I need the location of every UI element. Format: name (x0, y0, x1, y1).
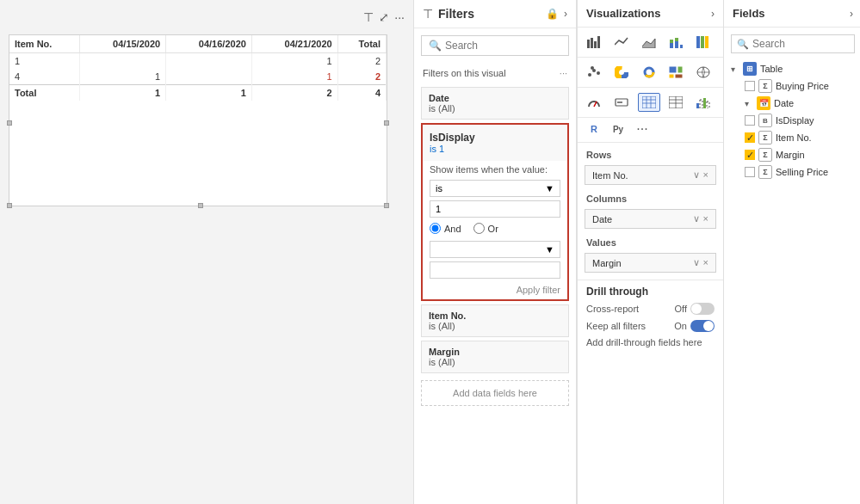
values-remove-icon[interactable]: × (703, 257, 708, 268)
fields-expand-icon[interactable]: › (850, 8, 853, 20)
area-chart-icon[interactable] (638, 33, 660, 52)
cell-total: 2 (337, 69, 386, 85)
cell-d1 (80, 53, 166, 70)
tree-label-table: Table (760, 64, 783, 74)
gauge-icon[interactable] (583, 93, 605, 112)
checkbox-margin[interactable]: ✓ (745, 150, 755, 160)
tree-item-table[interactable]: ▾ ⊞ Table (724, 60, 860, 77)
fields-panel: Fields › 🔍 ▾ ⊞ Table Σ Buying Price ▾ 📅 … (724, 0, 860, 504)
viz-icons-row3 (578, 88, 723, 118)
filter-value-input[interactable] (430, 200, 560, 218)
viz-icons-row2 (578, 58, 723, 88)
checkbox-buying-price[interactable] (745, 81, 755, 91)
apply-filter-button[interactable]: Apply filter (517, 285, 560, 295)
pie-icon[interactable] (610, 63, 633, 82)
filters-expand-icon[interactable]: › (564, 8, 567, 20)
columns-section-label: Columns (578, 188, 723, 206)
toggle-track-off[interactable] (690, 303, 715, 315)
resize-handle-r[interactable] (384, 120, 389, 126)
filter-card-isdisplay[interactable]: IsDisplay is 1 Show items when the value… (421, 123, 569, 301)
tree-item-itemno[interactable]: ✓ Σ Item No. (724, 129, 860, 146)
filters-lock-icon[interactable]: 🔒 (546, 8, 559, 20)
stacked-bar-icon[interactable] (665, 33, 687, 52)
resize-handle-br[interactable] (384, 203, 389, 208)
more-icon[interactable]: ··· (394, 10, 405, 24)
data-table: Item No. 04/15/2020 04/16/2020 04/21/202… (9, 35, 387, 101)
columns-field[interactable]: Date ∨ × (585, 209, 716, 229)
is-dropdown[interactable]: is ▼ (430, 180, 560, 197)
rows-field[interactable]: Item No. ∨ × (585, 165, 716, 185)
tree-item-buying-price[interactable]: Σ Buying Price (724, 77, 860, 95)
checkbox-isdisplay[interactable] (745, 115, 755, 126)
checkbox-selling-price[interactable] (745, 167, 755, 177)
toggle-thumb-off (691, 304, 702, 314)
columns-remove-icon[interactable]: × (703, 213, 708, 224)
cell-item: 4 (9, 69, 80, 85)
filter-card-itemno[interactable]: Item No. is (All) (421, 304, 569, 337)
r-icon[interactable]: R (583, 120, 605, 138)
resize-handle-l[interactable] (7, 120, 12, 126)
line-chart-icon[interactable] (610, 33, 633, 52)
table-row: 1 1 2 (9, 53, 387, 70)
or-radio[interactable]: Or (473, 223, 498, 234)
show-items-label: Show items when the value: (423, 161, 567, 176)
svg-rect-39 (700, 100, 702, 108)
svg-rect-21 (677, 66, 683, 73)
bar-chart-icon[interactable] (583, 33, 605, 52)
filter-card-date-header: Date is (All) (422, 88, 568, 119)
tree-item-isdisplay[interactable]: B IsDisplay (724, 112, 860, 129)
add-data-fields[interactable]: Add data fields here (421, 380, 569, 406)
columns-chevron-icon[interactable]: ∨ (693, 213, 700, 224)
second-filter-value-input[interactable] (430, 261, 560, 279)
resize-handle-b[interactable] (198, 203, 203, 208)
treemap-icon[interactable] (665, 63, 687, 82)
checkbox-itemno[interactable]: ✓ (745, 132, 755, 143)
scatter-icon[interactable] (583, 63, 605, 82)
card-icon[interactable] (610, 93, 633, 112)
focus-icon[interactable]: ⤢ (379, 10, 389, 24)
filter-icon[interactable]: ⊤ (363, 10, 374, 24)
filters-on-visual-label: Filters on this visual ··· (414, 63, 576, 83)
filters-scroll: Date is (All) IsDisplay is 1 Show items … (414, 83, 576, 504)
filters-more-icon[interactable]: ··· (560, 68, 567, 78)
svg-rect-11 (705, 36, 708, 48)
columns-field-actions: ∨ × (693, 213, 708, 224)
matrix-icon[interactable] (665, 93, 687, 112)
100pct-bar-icon[interactable] (692, 33, 715, 52)
map-icon[interactable] (692, 63, 715, 82)
svg-rect-20 (669, 66, 677, 73)
filter-card-margin[interactable]: Margin is (All) (421, 341, 569, 373)
viz-expand-icon[interactable]: › (711, 8, 715, 20)
svg-rect-29 (642, 96, 656, 108)
values-field[interactable]: Margin ∨ × (585, 253, 716, 273)
more-visuals-icon[interactable]: ··· (631, 120, 653, 138)
filters-header-actions: 🔒 › (546, 8, 567, 20)
rows-field-actions: ∨ × (693, 169, 708, 181)
fields-search-input[interactable] (752, 38, 849, 50)
filters-search-box[interactable]: 🔍 (421, 35, 569, 56)
and-radio[interactable]: And (430, 223, 461, 234)
tree-item-margin[interactable]: ✓ Σ Margin (724, 146, 860, 163)
second-condition-dropdown[interactable]: ▼ (430, 241, 560, 258)
tree-label-itemno: Item No. (776, 132, 812, 143)
toggle-track-on[interactable] (690, 320, 715, 332)
rows-chevron-icon[interactable]: ∨ (693, 169, 700, 181)
fields-search-box[interactable]: 🔍 (731, 34, 855, 53)
rows-remove-icon[interactable]: × (703, 169, 708, 181)
table-icon[interactable] (638, 93, 660, 112)
cross-report-toggle[interactable]: Off (675, 303, 715, 315)
table-visual: Item No. 04/15/2020 04/16/2020 04/21/202… (9, 34, 387, 206)
cell-item: 1 (9, 53, 80, 70)
values-chevron-icon[interactable]: ∨ (693, 257, 700, 268)
donut-icon[interactable] (638, 63, 660, 82)
tree-item-selling-price[interactable]: Σ Selling Price (724, 163, 860, 181)
waterfall-icon[interactable] (692, 93, 715, 112)
py-icon[interactable]: Py (607, 120, 629, 138)
tree-item-date[interactable]: ▾ 📅 Date (724, 95, 860, 112)
keep-filters-toggle[interactable]: On (674, 320, 715, 332)
filters-search-input[interactable] (445, 40, 561, 52)
svg-rect-10 (701, 36, 704, 48)
cell-d2 (166, 69, 252, 85)
filter-card-date[interactable]: Date is (All) (421, 87, 569, 120)
resize-handle-bl[interactable] (7, 203, 12, 208)
